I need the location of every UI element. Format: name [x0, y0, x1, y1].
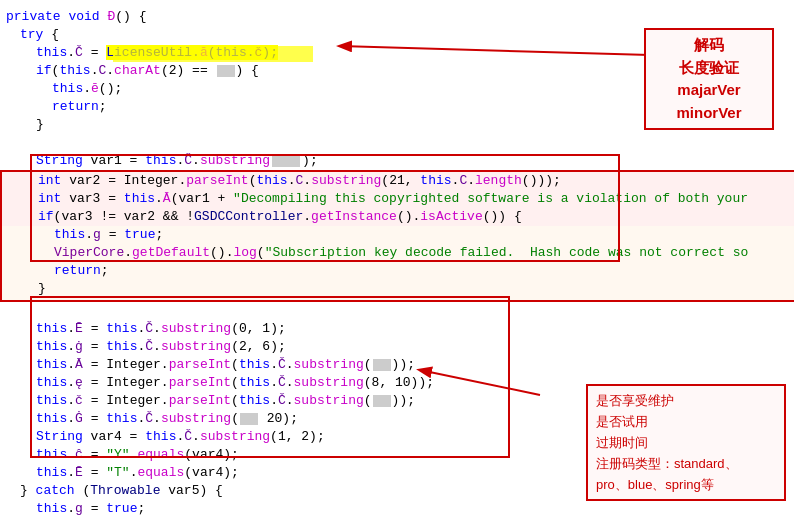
- code-line-10: int var2 = Integer.parseInt(this.C.subst…: [0, 170, 794, 190]
- annotation-text: 解码长度验证majarVerminorVer: [676, 36, 741, 121]
- code-text: this.ę = Integer.parseInt(this.Č.substri…: [36, 374, 434, 392]
- code-line-19: this.ġ = this.Č.substring(2, 6);: [0, 338, 794, 356]
- code-line-11: int var3 = this.Ā(var1 + "Decompiling th…: [0, 190, 794, 208]
- code-text: this.g = true;: [36, 500, 145, 518]
- code-text: int var3 = this.Ā(var1 + "Decompiling th…: [38, 190, 748, 208]
- code-text: int var2 = Integer.parseInt(this.C.subst…: [38, 172, 561, 190]
- code-text: this.ĉ = "Y".equals(var4);: [36, 446, 239, 464]
- annotation-bottom-right: 是否享受维护是否试用过期时间注册码类型：standard、pro、blue、sp…: [586, 384, 786, 501]
- code-line-1: private void Ð() {: [0, 8, 794, 26]
- code-line-12: if(var3 != var2 && !GSDCController.getIn…: [0, 208, 794, 226]
- code-line-14: ViperCore.getDefault().log("Subscription…: [0, 244, 794, 262]
- code-line-20: this.Ā = Integer.parseInt(this.Č.substri…: [0, 356, 794, 374]
- code-line-17: [0, 302, 794, 320]
- code-text: } catch (Throwable var5) {: [20, 482, 223, 500]
- code-text: private void Ð() {: [6, 8, 146, 26]
- code-text: this.ġ = this.Č.substring(2, 6);: [36, 338, 286, 356]
- code-line-9: String var1 = this.Č.substring);: [0, 152, 794, 170]
- code-text: this.Ē = "T".equals(var4);: [36, 464, 239, 482]
- code-text: this.g = true;: [54, 226, 163, 244]
- code-text: this.č = Integer.parseInt(this.Č.substri…: [36, 392, 415, 410]
- code-line-18: this.Ē = this.Č.substring(0, 1);: [0, 320, 794, 338]
- code-text: return;: [54, 262, 109, 280]
- code-text: this.Č = LicenseUtil.ā(this.č);: [36, 44, 278, 62]
- code-text: String var1 = this.Č.substring);: [36, 152, 318, 170]
- code-text: ViperCore.getDefault().log("Subscription…: [54, 244, 748, 262]
- code-text: this.Ġ = this.Č.substring( 20);: [36, 410, 298, 428]
- code-line-13: this.g = true;: [0, 226, 794, 244]
- code-text: try {: [20, 26, 59, 44]
- code-text: this.ē();: [52, 80, 122, 98]
- code-line-28: this.g = true;: [0, 500, 794, 518]
- code-text: if(var3 != var2 && !GSDCController.getIn…: [38, 208, 522, 226]
- code-text: if(this.C.charAt(2) == ) {: [36, 62, 259, 80]
- code-line-16: }: [0, 280, 794, 302]
- annotation-text-bottom: 是否享受维护是否试用过期时间注册码类型：standard、pro、blue、sp…: [596, 393, 738, 492]
- code-line-15: return;: [0, 262, 794, 280]
- annotation-top-right: 解码长度验证majarVerminorVer: [644, 28, 774, 130]
- code-text: String var4 = this.Č.substring(1, 2);: [36, 428, 325, 446]
- code-text: }: [36, 116, 44, 134]
- code-line-8: [0, 134, 794, 152]
- code-text: }: [38, 280, 46, 298]
- code-text: return;: [52, 98, 107, 116]
- code-text: this.Ā = Integer.parseInt(this.Č.substri…: [36, 356, 415, 374]
- code-text: this.Ē = this.Č.substring(0, 1);: [36, 320, 286, 338]
